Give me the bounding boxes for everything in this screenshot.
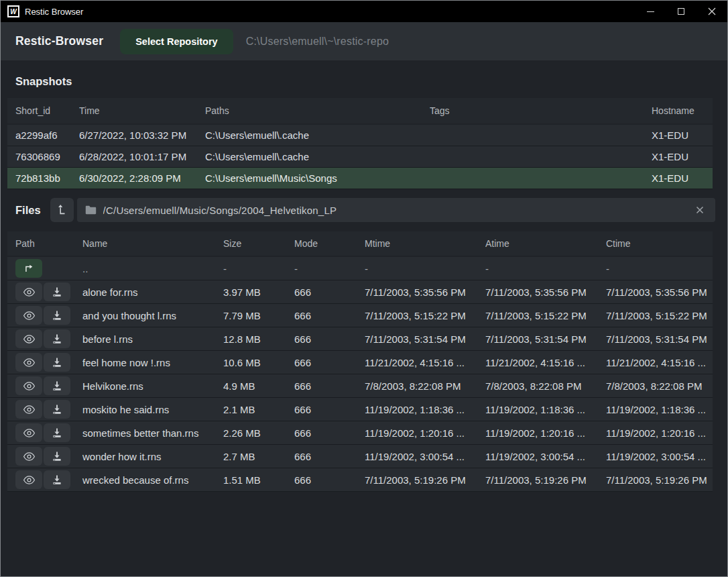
maximize-icon [678,8,684,15]
files-toolbar: Files [15,198,715,222]
download-icon [52,357,62,368]
snapshots-table-header: Short_id Time Paths Tags Hostname [7,98,713,123]
up-right-arrow-icon [23,263,35,274]
app-title: Restic-Browser [15,34,103,48]
file-atime: 7/11/2003, 5:35:56 PM [485,286,606,298]
go-parent-button[interactable] [15,259,42,278]
download-button[interactable] [44,470,70,489]
file-ctime: 7/8/2003, 8:22:08 PM [606,380,713,392]
file-mtime: 7/11/2003, 5:15:22 PM [365,310,485,321]
window-controls [635,1,727,22]
preview-button[interactable] [15,447,42,466]
eye-icon [23,381,36,391]
file-mtime: 7/8/2003, 8:22:08 PM [365,380,485,392]
minimize-icon [647,11,654,12]
preview-button[interactable] [15,353,42,372]
snapshot-paths: C:\Users\emuell\Music\Songs [205,172,430,184]
file-ctime: 7/11/2003, 5:15:22 PM [606,310,713,321]
snapshot-hostname: X1-EDU [652,172,713,184]
select-repository-button[interactable]: Select Repository [120,29,233,54]
snapshot-time: 6/30/2022, 2:28:09 PM [79,172,205,184]
file-row: wonder how it.rns 2.7 MB 666 11/19/2002,… [7,445,713,468]
file-name: sometimes better than.rns [82,427,223,439]
file-row: moskito he said.rns 2.1 MB 666 11/19/200… [7,398,713,421]
file-row: before l.rns 12.8 MB 666 7/11/2003, 5:31… [7,327,713,351]
col-time: Time [79,105,205,116]
file-mtime: 7/11/2003, 5:31:54 PM [365,333,485,345]
file-mtime: - [365,263,485,274]
tree-mode-button[interactable] [50,198,74,222]
file-size: 2.26 MB [223,427,294,439]
download-button[interactable] [44,306,70,325]
preview-button[interactable] [15,282,42,301]
download-button[interactable] [44,329,70,348]
eye-icon [23,475,36,485]
logo-letter: W [10,8,16,15]
download-icon [52,404,62,415]
preview-button[interactable] [15,423,42,442]
col-atime: Atime [485,238,606,249]
file-mode: 666 [294,404,365,415]
file-actions [15,470,82,489]
files-table: Path Name Size Mode Mtime Atime Ctime ..… [7,222,713,492]
col-path: Path [15,238,82,249]
download-button[interactable] [44,447,70,466]
col-name: Name [82,238,223,249]
eye-icon [23,428,36,438]
file-row: sometimes better than.rns 2.26 MB 666 11… [7,421,713,445]
file-actions [15,376,82,395]
col-paths: Paths [205,105,430,116]
eye-icon [23,287,36,297]
file-actions [15,282,82,301]
snapshots-table: Short_id Time Paths Tags Hostname a2299a… [7,98,713,189]
snapshot-row[interactable]: a2299af6 6/27/2022, 10:03:32 PM C:\Users… [7,125,713,146]
download-button[interactable] [44,282,70,301]
file-ctime: 11/21/2002, 4:15:16 ... [606,357,713,368]
download-button[interactable] [44,423,70,442]
file-size: 2.1 MB [223,404,294,415]
download-icon [52,380,62,391]
preview-button[interactable] [15,376,42,395]
maximize-button[interactable] [666,1,696,22]
eye-icon [23,405,36,415]
file-size: 10.6 MB [223,357,294,368]
file-size: - [223,263,294,274]
download-button[interactable] [44,353,70,372]
close-icon [708,7,716,15]
preview-button[interactable] [15,470,42,489]
file-name: Helvikone.rns [82,380,223,392]
col-tags: Tags [430,105,652,116]
preview-button[interactable] [15,400,42,419]
file-size: 3.97 MB [223,286,294,298]
file-atime: - [485,263,606,274]
preview-button[interactable] [15,329,42,348]
download-icon [52,451,62,462]
app-header: Restic-Browser Select Repository C:\User… [1,22,727,60]
snapshot-row[interactable]: 76306869 6/28/2022, 10:01:17 PM C:\Users… [7,146,713,168]
clear-path-icon [696,206,704,214]
file-ctime: 11/19/2002, 1:18:36 ... [606,404,713,415]
file-mtime: 7/11/2003, 5:19:26 PM [365,474,485,486]
file-mode: 666 [294,380,365,392]
file-atime: 11/19/2002, 1:20:16 ... [485,427,606,439]
eye-icon [23,358,36,368]
snapshot-hostname: X1-EDU [652,129,713,141]
download-icon [52,286,62,297]
path-input[interactable] [103,205,692,216]
snapshot-row-selected[interactable]: 72b813bb 6/30/2022, 2:28:09 PM C:\Users\… [7,168,713,189]
minimize-button[interactable] [635,1,666,22]
file-atime: 11/19/2002, 1:18:36 ... [485,404,606,415]
file-row: feel home now !.rns 10.6 MB 666 11/21/20… [7,351,713,374]
clear-path-button[interactable] [692,203,707,217]
download-button[interactable] [44,376,70,395]
snapshot-short-id: 72b813bb [15,172,79,184]
download-icon [52,474,62,485]
file-actions [15,423,82,442]
file-mode: 666 [294,310,365,321]
file-name: wonder how it.rns [82,451,223,462]
download-button[interactable] [44,400,70,419]
preview-button[interactable] [15,306,42,325]
wails-logo-icon: W [7,5,19,17]
close-button[interactable] [696,1,727,22]
file-row: Helvikone.rns 4.9 MB 666 7/8/2003, 8:22:… [7,374,713,398]
